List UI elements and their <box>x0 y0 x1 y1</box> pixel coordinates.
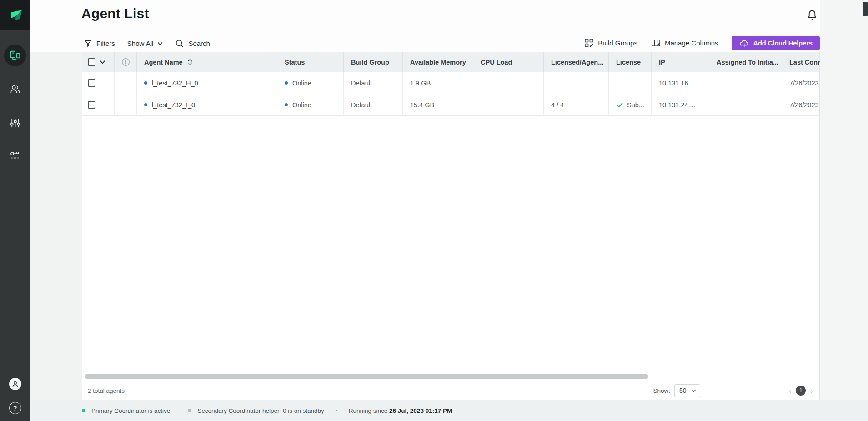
settings-sliders-icon <box>10 117 21 129</box>
add-cloud-helpers-label: Add Cloud Helpers <box>753 40 813 47</box>
cpu-load-cell <box>473 94 544 115</box>
sidebar-item-agents[interactable] <box>0 45 30 66</box>
assigned-to-cell <box>709 72 782 94</box>
agent-name-label: l_test_732_H_0 <box>152 80 198 87</box>
build-group-cell: Default <box>344 94 403 115</box>
manage-columns-label: Manage Columns <box>665 39 718 47</box>
running-since: Running since 26 Jul, 2023 01:17 PM <box>349 407 452 414</box>
online-dot <box>285 103 288 106</box>
vertical-scrollbar[interactable] <box>863 2 868 16</box>
page-size-select[interactable]: 50 <box>674 384 700 397</box>
add-cloud-helpers-button[interactable]: Add Cloud Helpers <box>732 36 820 50</box>
show-all-dropdown[interactable]: Show All <box>127 40 163 47</box>
agents-icon <box>9 50 21 61</box>
table-row[interactable]: l_test_732_H_0 Online Default 1.9 GB 10.… <box>82 72 819 94</box>
primary-coordinator-dot <box>82 409 85 412</box>
coordinator-status-bar: Primary Coordinator is active Secondary … <box>30 400 868 421</box>
build-groups-icon <box>584 38 594 48</box>
row-alerts-cell <box>115 72 137 94</box>
sidebar: ? <box>0 0 30 421</box>
search-button[interactable]: Search <box>175 39 210 48</box>
chevron-left-icon[interactable]: ‹ <box>789 387 792 395</box>
license-cell <box>609 72 652 94</box>
licensed-agents-cell: 4 / 4 <box>544 94 609 115</box>
notifications-button[interactable] <box>806 9 818 22</box>
separator-dot <box>336 410 337 411</box>
header-status[interactable]: Status <box>277 52 344 72</box>
ip-cell: 10.131.16.... <box>652 72 709 94</box>
licensed-agents-cell <box>544 72 609 94</box>
toolbar-right: Build Groups Manage Columns Add Cloud He… <box>605 36 820 50</box>
agent-name-cell[interactable]: l_test_732_I_0 <box>137 94 277 115</box>
show-all-label: Show All <box>127 40 154 47</box>
build-group-cell: Default <box>344 72 403 94</box>
header-agent-name[interactable]: Agent Name <box>137 52 277 72</box>
brand-logo[interactable] <box>0 0 30 30</box>
active-item-highlight <box>4 45 26 66</box>
info-icon <box>121 58 130 66</box>
header-agent-name-label: Agent Name <box>144 59 183 66</box>
show-label: Show: <box>653 387 670 394</box>
search-icon <box>175 39 184 48</box>
status-cell: Online <box>277 94 344 115</box>
search-label: Search <box>188 40 210 47</box>
ip-cell: 10.131.24.... <box>652 94 709 115</box>
brand-logo-icon <box>7 7 23 23</box>
avatar <box>9 378 21 390</box>
row-checkbox[interactable] <box>88 101 95 109</box>
cpu-load-cell <box>473 72 544 94</box>
chevron-down-icon <box>157 41 163 46</box>
bell-icon <box>806 9 818 22</box>
manage-columns-button[interactable]: Manage Columns <box>651 38 718 48</box>
filters-label: Filters <box>96 40 115 47</box>
build-groups-button[interactable]: Build Groups <box>584 38 637 48</box>
assigned-to-cell <box>709 94 782 115</box>
header-alerts-cell <box>115 52 137 72</box>
header-assigned-to[interactable]: Assigned To Initia... <box>709 52 782 72</box>
filters-button[interactable]: Filters <box>84 39 115 48</box>
horizontal-scrollbar[interactable] <box>85 374 648 379</box>
last-connected-cell: 7/26/2023 0 <box>782 72 820 94</box>
header-last-connected[interactable]: Last Connec <box>782 52 820 72</box>
header-license[interactable]: License <box>609 52 652 72</box>
sidebar-item-license[interactable] <box>0 150 30 161</box>
sidebar-item-users[interactable] <box>0 84 30 95</box>
agent-table-card: Agent Name Status Build Group Available … <box>82 52 820 400</box>
header-licensed-agents[interactable]: Licensed/Agen... <box>544 52 609 72</box>
select-all-checkbox[interactable] <box>88 58 95 66</box>
available-memory-cell: 15.4 GB <box>403 94 473 115</box>
filter-funnel-icon <box>84 39 92 48</box>
license-cell: Sub... <box>609 94 652 115</box>
available-memory-cell: 1.9 GB <box>403 72 473 94</box>
cloud-plus-icon <box>739 39 749 48</box>
help-icon: ? <box>9 402 21 414</box>
header-cpu-load[interactable]: CPU Load <box>473 52 544 72</box>
chevron-down-icon <box>691 388 696 393</box>
sidebar-item-profile[interactable] <box>0 378 30 390</box>
row-checkbox[interactable] <box>88 79 95 87</box>
header-build-group[interactable]: Build Group <box>344 52 403 72</box>
total-agents-label: 2 total agents <box>88 387 125 394</box>
header-select-cell <box>82 52 115 72</box>
running-since-value: 26 Jul, 2023 01:17 PM <box>389 407 452 414</box>
table-footer: 2 total agents Show: 50 ‹ 1 › <box>82 381 819 400</box>
horizontal-scrollbar-track <box>82 373 819 381</box>
secondary-coordinator-dot <box>188 409 191 412</box>
sidebar-item-settings[interactable] <box>0 117 30 129</box>
chevron-right-icon[interactable]: › <box>810 387 813 395</box>
agent-status-dot <box>144 81 147 85</box>
agent-status-dot <box>144 103 147 106</box>
sort-icon[interactable] <box>187 59 192 65</box>
sidebar-item-help[interactable]: ? <box>0 402 30 414</box>
header-ip[interactable]: IP <box>652 52 709 72</box>
current-page-button[interactable]: 1 <box>796 386 806 396</box>
users-icon <box>10 84 21 95</box>
row-alerts-cell <box>115 94 137 115</box>
table-row[interactable]: l_test_732_I_0 Online Default 15.4 GB 4 … <box>82 94 819 116</box>
row-select-cell <box>82 94 115 115</box>
select-menu-chevron-icon[interactable] <box>100 59 105 65</box>
agent-name-cell[interactable]: l_test_732_H_0 <box>137 72 277 94</box>
row-select-cell <box>82 72 115 94</box>
build-groups-label: Build Groups <box>598 39 637 47</box>
header-available-memory[interactable]: Available Memory <box>403 52 473 72</box>
